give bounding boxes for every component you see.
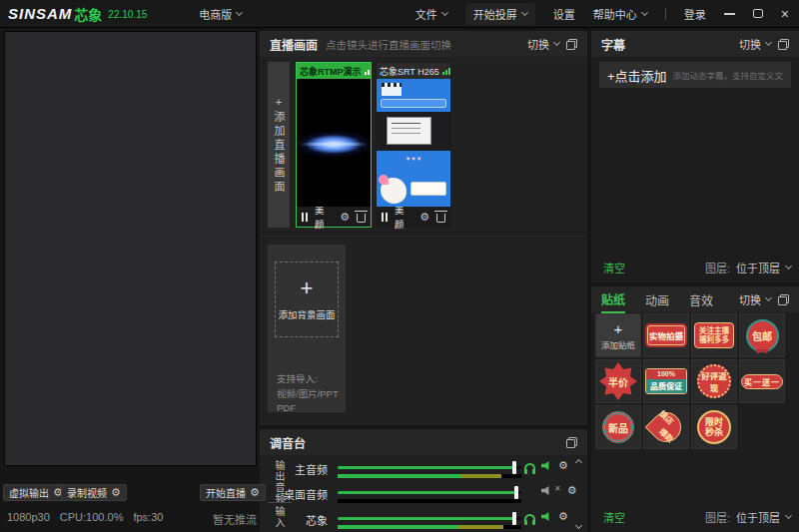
- sticker-item[interactable]: 好评返现: [691, 359, 737, 403]
- popout-icon[interactable]: [778, 294, 789, 305]
- beauty-button[interactable]: 美颜: [315, 203, 333, 231]
- gear-icon[interactable]: ⚙: [419, 212, 429, 223]
- layer-dropdown[interactable]: 图层: 位于顶层: [705, 509, 791, 525]
- pause-icon[interactable]: [302, 213, 308, 222]
- menu-settings[interactable]: 设置: [553, 6, 575, 22]
- signal-bars-icon: [365, 68, 372, 75]
- sticker-item[interactable]: 实物拍摄: [643, 313, 689, 357]
- sticker-item[interactable]: 关注主播福利多多: [691, 313, 737, 357]
- close-icon: ×: [781, 7, 789, 21]
- panel-title: 字幕: [601, 36, 625, 53]
- level-meter: [338, 474, 521, 478]
- chevron-down-icon: [236, 8, 243, 15]
- gear-icon[interactable]: ⚙: [340, 212, 350, 223]
- mixer-header: 调音台: [260, 429, 587, 455]
- menu-start-casting[interactable]: 开始投屏: [465, 3, 535, 25]
- trash-icon[interactable]: [436, 214, 445, 223]
- divider: [260, 232, 587, 233]
- speaker-icon[interactable]: [541, 461, 552, 471]
- sticker-header: 贴纸 动画 音效 切换: [591, 286, 799, 312]
- camera-thumbnail-rtmp[interactable]: 芯象RTMP演示 美颜 ⚙: [296, 62, 372, 228]
- record-video-button[interactable]: 录制视频⚙: [61, 484, 127, 501]
- panel-title: 直播画面: [270, 36, 318, 53]
- tab-animations[interactable]: 动画: [645, 286, 669, 312]
- sticker-item[interactable]: 包邮: [739, 313, 785, 357]
- switch-dropdown[interactable]: 切换: [739, 291, 771, 307]
- mixer-scrollbar[interactable]: [573, 457, 583, 528]
- window-minimize-button[interactable]: [724, 13, 735, 15]
- cpu-label: CPU:100.0%: [60, 511, 124, 523]
- add-background-button[interactable]: + 添加背景画面: [275, 262, 339, 337]
- speaker-icon[interactable]: [541, 512, 552, 522]
- switch-dropdown[interactable]: 切换: [527, 36, 559, 52]
- slider-handle[interactable]: [512, 461, 516, 474]
- popout-icon[interactable]: [566, 39, 577, 50]
- panel-hint: 点击镜头进行直播画面切换: [326, 37, 451, 52]
- trash-icon[interactable]: [357, 214, 366, 223]
- sticker-item[interactable]: 买一送一: [739, 359, 785, 403]
- sticker-item[interactable]: 半价: [595, 359, 641, 403]
- virtual-output-button[interactable]: 虚拟输出⚙: [3, 484, 69, 501]
- monitor-headphone-icon[interactable]: [524, 463, 535, 471]
- login-button[interactable]: 登录: [684, 6, 706, 22]
- channel-name: 主音频: [258, 461, 328, 477]
- popout-icon[interactable]: [778, 39, 789, 50]
- window-close-button[interactable]: ×: [781, 7, 789, 21]
- camera-controls: 美颜 ⚙: [377, 207, 450, 227]
- video-content: [377, 79, 450, 112]
- beauty-button[interactable]: 美颜: [395, 203, 412, 231]
- tab-stickers[interactable]: 贴纸: [601, 285, 625, 313]
- add-subtitle-button[interactable]: +点击添加 添加动态字幕，支持自定义文字、内容: [599, 62, 791, 88]
- clear-subtitles-button[interactable]: 清空: [603, 260, 625, 275]
- volume-slider[interactable]: [338, 466, 521, 469]
- main-preview-canvas[interactable]: [4, 31, 257, 466]
- clear-stickers-button[interactable]: 清空: [603, 509, 625, 525]
- camera-video-preview[interactable]: [297, 79, 371, 207]
- window-maximize-button[interactable]: [753, 9, 763, 18]
- empty-cell: [739, 405, 785, 449]
- volume-slider[interactable]: [338, 517, 521, 520]
- add-sticker-button[interactable]: + 添加贴纸: [595, 313, 641, 357]
- sticker-item[interactable]: 限时秒杀: [691, 405, 737, 449]
- tab-sound-effects[interactable]: 音效: [689, 286, 713, 312]
- divider: [665, 8, 666, 20]
- slider-handle[interactable]: [512, 512, 516, 525]
- switch-dropdown[interactable]: 切换: [739, 36, 771, 52]
- gear-icon[interactable]: ⚙: [250, 487, 260, 498]
- gear-icon[interactable]: ⚙: [558, 460, 568, 471]
- camera-thumbnail-srt[interactable]: 芯象SRT H265 ♥♥♥ 美颜 ⚙: [376, 62, 451, 228]
- status-stats: 1080p30 CPU:100.0% fps:30: [7, 511, 163, 523]
- gear-icon[interactable]: ⚙: [558, 511, 568, 522]
- popout-icon[interactable]: [566, 437, 577, 448]
- stream-status-label: 暂无推流: [213, 511, 257, 527]
- slider-handle[interactable]: [514, 486, 518, 499]
- sticker-item[interactable]: 镇店爆款: [643, 405, 689, 449]
- chevron-down-icon: [641, 8, 648, 15]
- edition-dropdown[interactable]: 电商版: [199, 6, 242, 22]
- sticker-grid: + 添加贴纸 实物拍摄 关注主播福利多多 包邮 半价 100%品质保证 好评返现…: [595, 313, 785, 449]
- menu-help-center[interactable]: 帮助中心: [593, 6, 647, 22]
- clapperboard-graphic: [382, 83, 401, 96]
- monitor-headphone-icon[interactable]: [524, 514, 535, 522]
- scroll-down-icon[interactable]: [574, 522, 581, 529]
- camera-title-bar: 芯象SRT H265: [377, 63, 450, 79]
- brand-name: 芯象: [74, 4, 102, 24]
- scroll-up-icon[interactable]: [574, 459, 581, 466]
- start-live-button[interactable]: 开始直播⚙: [200, 484, 266, 501]
- add-camera-button[interactable]: +添加直播画面: [268, 62, 290, 228]
- gear-icon[interactable]: ⚙: [111, 487, 121, 498]
- sticker-item[interactable]: 新品: [595, 405, 641, 449]
- channel-name: 桌面音频: [258, 486, 328, 502]
- chevron-down-icon: [765, 39, 772, 46]
- live-scene-header: 直播画面 点击镜头进行直播画面切换 切换: [260, 31, 587, 57]
- pause-icon[interactable]: [382, 213, 388, 222]
- menu-file[interactable]: 文件: [415, 6, 447, 22]
- chevron-down-icon: [785, 512, 792, 519]
- sticker-item[interactable]: 100%品质保证: [643, 359, 689, 403]
- mixer-channel-desktop: 桌面音频 ✕ ⚙: [260, 482, 587, 506]
- video-content: [297, 128, 371, 161]
- camera-video-preview[interactable]: ♥♥♥: [377, 79, 450, 207]
- speaker-muted-icon[interactable]: [541, 486, 552, 496]
- volume-slider[interactable]: [338, 491, 521, 494]
- layer-dropdown[interactable]: 图层: 位于顶层: [705, 260, 791, 275]
